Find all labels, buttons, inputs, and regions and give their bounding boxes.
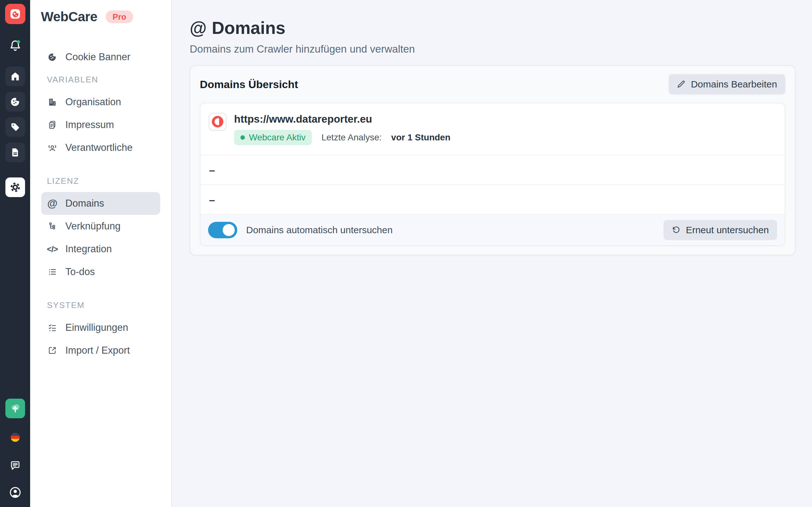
sidebar-section-lizenz: LIZENZ <box>41 170 160 192</box>
import-export-icon <box>47 346 58 355</box>
toggle-knob <box>223 224 235 236</box>
building-icon <box>47 97 58 107</box>
domain-info: https://www.datareporter.eu Webcare Akti… <box>234 113 450 145</box>
card-footer: Domains automatisch untersuchen Erneut u… <box>200 214 785 245</box>
auto-scan-toggle[interactable] <box>208 222 237 238</box>
pro-badge: Pro <box>106 10 133 23</box>
last-analysis-label: Letzte Analyse: <box>321 132 382 143</box>
checklist-icon <box>47 323 58 332</box>
gear-icon[interactable] <box>5 177 25 197</box>
sidebar-item-label: Integration <box>65 243 112 255</box>
sidebar-item-domains[interactable]: @ Domains <box>41 192 160 215</box>
sidebar-menu: Cookie Banner VARIABLEN Organisation <box>30 46 171 362</box>
auto-scan-control: Domains automatisch untersuchen <box>208 222 393 238</box>
hierarchy-icon <box>47 222 58 231</box>
card-title: Domains Übersicht <box>200 78 298 91</box>
tag-icon[interactable] <box>5 117 25 137</box>
german-flag-icon[interactable] <box>9 432 21 443</box>
code-icon: </> <box>47 244 58 254</box>
cookie-icon[interactable] <box>5 92 25 112</box>
brand-name: WebCare <box>41 9 97 24</box>
domain-meta: Webcare Aktiv Letzte Analyse: vor 1 Stun… <box>234 130 450 145</box>
card-header: Domains Übersicht Domains Bearbeiten <box>190 66 795 103</box>
sidebar-item-label: Verantwortliche <box>65 142 133 153</box>
document-icon[interactable] <box>5 143 25 162</box>
auto-scan-label: Domains automatisch untersuchen <box>246 225 393 235</box>
sidebar-item-label: Impressum <box>65 119 114 130</box>
sidebar-section-variablen: VARIABLEN <box>41 68 160 91</box>
sidebar-item-cookie-banner[interactable]: Cookie Banner <box>41 46 160 68</box>
sidebar-item-verantwortliche[interactable]: Verantwortliche <box>41 136 160 159</box>
rotate-ccw-icon <box>672 226 681 234</box>
sidebar-section-system: SYSTEM <box>41 294 160 316</box>
rail-bottom <box>5 399 25 507</box>
icon-rail <box>0 0 30 507</box>
sidebar-item-verknuepfung[interactable]: Verknüpfung <box>41 215 160 238</box>
edit-domains-label: Domains Bearbeiten <box>691 79 777 90</box>
sidebar-item-impressum[interactable]: Impressum <box>41 113 160 136</box>
sidebar-item-label: Cookie Banner <box>65 51 131 63</box>
domain-logo <box>209 113 226 130</box>
at-icon: @ <box>47 198 58 210</box>
page-title-text: Domains <box>212 18 286 38</box>
bell-icon[interactable] <box>8 39 22 53</box>
sidebar-item-einwilligungen[interactable]: Einwilligungen <box>41 316 160 339</box>
sidebar-item-todos[interactable]: To-dos <box>41 261 160 283</box>
brand-row: WebCare Pro <box>30 8 171 26</box>
people-icon <box>47 143 58 153</box>
domain-row[interactable]: https://www.datareporter.eu Webcare Akti… <box>200 103 785 155</box>
cookie-icon <box>47 52 58 62</box>
sidebar-item-label: Organisation <box>65 96 121 108</box>
last-analysis-value: vor 1 Stunden <box>391 132 450 143</box>
list-icon <box>47 267 58 277</box>
page-subtitle: Domains zum Crawler hinzufügen und verwa… <box>190 43 796 55</box>
page-title: @ Domains <box>190 18 796 38</box>
sidebar-item-label: Einwilligungen <box>65 322 128 333</box>
pencil-icon <box>677 80 686 89</box>
status-badge: Webcare Aktiv <box>234 130 312 145</box>
empty-domain-row: – <box>200 155 785 184</box>
status-label: Webcare Aktiv <box>249 132 305 143</box>
rail-nav <box>5 66 25 197</box>
domains-overview-card: Domains Übersicht Domains Bearbeiten <box>190 65 796 256</box>
domain-url: https://www.datareporter.eu <box>234 113 450 125</box>
webcare-logo[interactable] <box>5 4 26 24</box>
rescan-label: Erneut untersuchen <box>686 225 769 235</box>
sidebar-item-label: Domains <box>65 198 104 209</box>
empty-domain-row: – <box>200 184 785 214</box>
user-icon[interactable] <box>9 486 21 499</box>
domains-list: https://www.datareporter.eu Webcare Akti… <box>200 103 785 246</box>
sidebar-item-label: To-dos <box>65 266 95 278</box>
edit-domains-button[interactable]: Domains Bearbeiten <box>669 74 785 95</box>
sidebar-item-label: Import / Export <box>65 345 130 356</box>
pages-icon <box>47 120 58 130</box>
rescan-button[interactable]: Erneut untersuchen <box>664 220 777 240</box>
status-dot-icon <box>241 135 245 140</box>
sidebar: WebCare Pro Cookie Banner VARIABLEN <box>30 0 172 507</box>
cloud-upload-icon[interactable] <box>5 399 25 418</box>
chat-icon[interactable] <box>9 459 21 471</box>
sidebar-item-organisation[interactable]: Organisation <box>41 91 160 113</box>
main-content: @ Domains Domains zum Crawler hinzufügen… <box>172 0 812 507</box>
at-icon: @ <box>190 18 207 38</box>
sidebar-item-label: Verknüpfung <box>65 221 120 232</box>
sidebar-item-import-export[interactable]: Import / Export <box>41 339 160 362</box>
home-icon[interactable] <box>5 66 25 86</box>
sidebar-item-integration[interactable]: </> Integration <box>41 238 160 261</box>
